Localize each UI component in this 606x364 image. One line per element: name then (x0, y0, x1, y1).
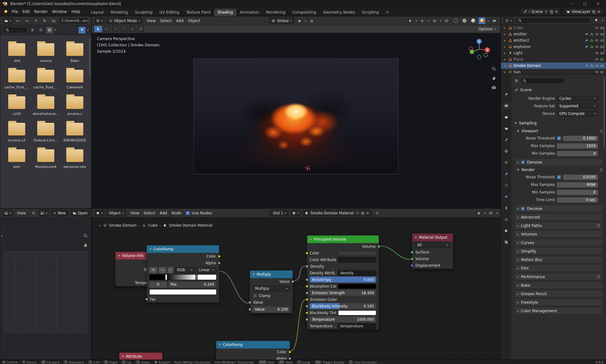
create-dir-button[interactable] (50, 17, 57, 24)
node-attribute[interactable]: ▼Attribute Color (119, 352, 163, 360)
collapse-icon[interactable]: ▼ (415, 236, 417, 239)
folder-cs50[interactable]: cs50 (2, 96, 31, 116)
tool-measure[interactable] (137, 26, 145, 32)
properties-tab-particles[interactable] (502, 182, 510, 189)
viewlayer-selector[interactable]: ViewLayer × (564, 8, 603, 15)
section-sampling[interactable]: ▼Sampling (514, 119, 603, 127)
prop-field-time-limit[interactable]: 0 sec (557, 197, 598, 203)
node-header[interactable]: ▼ColorRamp (216, 341, 290, 349)
text-field-color-attribute[interactable] (338, 257, 376, 263)
hide-viewport-icon[interactable] (595, 70, 599, 74)
subsection-viewport[interactable]: ▼Viewport☰ (514, 128, 603, 134)
prop-field-max-samples[interactable]: 1024 (557, 143, 598, 149)
gizmos-dropdown[interactable]: ▾ (428, 19, 429, 22)
properties-tab-material[interactable] (502, 227, 510, 234)
browse-material-dropdown[interactable]: ▾ (291, 210, 301, 216)
color-swatch-color[interactable] (338, 251, 376, 256)
properties-tab-constraint[interactable] (502, 205, 510, 212)
ramp-options-dropdown[interactable]: ▾ (168, 267, 173, 273)
open-image-button[interactable]: Open (70, 210, 90, 216)
stop-index-field[interactable]: 0 (149, 282, 167, 288)
folder-cache-fluid[interactable]: cache_fluid_... (31, 70, 60, 89)
zoom-tool-button[interactable] (490, 65, 497, 72)
outliner-scrollbar[interactable] (603, 26, 605, 54)
input-socket[interactable] (306, 318, 308, 321)
outliner-item-sun[interactable]: ▸Sun (501, 69, 606, 75)
folder-cakewalk[interactable]: Cakewalk (60, 70, 89, 89)
section-color-management[interactable]: ▸Color Management (514, 307, 603, 314)
properties-tab-physics[interactable] (502, 193, 510, 200)
app-menu-button[interactable] (2, 8, 9, 15)
path-field[interactable]: C:\Users\S...ocuments\ (59, 18, 89, 24)
editor-type-button[interactable]: ▾ (94, 17, 104, 24)
image-pin-menu[interactable]: ☰ (30, 210, 37, 216)
breadcrumb-item-cube[interactable]: Cube (148, 223, 157, 228)
panel-expand-arrow[interactable]: ▸ (1, 234, 3, 237)
viewport-menu-add[interactable]: Add (174, 18, 186, 24)
image-grid-preview[interactable] (4, 252, 87, 333)
collapse-icon[interactable]: ▼ (118, 254, 120, 257)
folder-enuma-c[interactable]: enuma-c (60, 96, 89, 116)
workspace-tab-uv-editing[interactable]: UV Editing (156, 9, 183, 16)
snap-dropdown[interactable]: ▾ (484, 212, 486, 215)
workspace-tab-shading[interactable]: Shading (214, 9, 236, 16)
slider-temperature[interactable]: Temperature1000.000 (310, 316, 376, 322)
fake-user-icon[interactable] (355, 211, 359, 215)
text-field-density-attrib[interactable]: density (338, 270, 376, 276)
section-light-paths[interactable]: ▸Light Paths☰ (514, 222, 603, 229)
node-colorramp-2[interactable]: ▼ColorRamp ColorAlpha (216, 341, 290, 360)
input-socket[interactable] (306, 305, 308, 307)
snap-options-dropdown[interactable]: ▾ (305, 19, 306, 22)
file-browser-scrollbar[interactable] (89, 39, 91, 76)
zoom-tool-button[interactable] (82, 232, 89, 239)
editor-type-button[interactable]: ▾ (94, 210, 104, 216)
minimize-button[interactable]: ─ (566, 1, 577, 7)
menu-file[interactable]: File (9, 9, 20, 15)
outliner-item-emitter[interactable]: ▸emitter (501, 31, 606, 37)
slider-emission-strength[interactable]: Emission Strength18.400 (310, 290, 376, 296)
properties-tab-tool[interactable] (502, 91, 510, 98)
collapse-icon[interactable]: ▼ (310, 238, 312, 241)
image-browse-dropdown[interactable]: ▾ (39, 210, 49, 216)
properties-scrollbar[interactable] (603, 78, 605, 147)
tool-cursor[interactable] (128, 26, 136, 32)
new-scene-icon[interactable] (550, 10, 553, 14)
folder-cache-fluid[interactable]: cache_fluid_... (2, 70, 31, 89)
pause-render-button[interactable]: ▮▮ (491, 17, 498, 24)
expand-arrow-icon[interactable]: ▸ (504, 26, 507, 29)
workspace-tab-rendering[interactable]: Rendering (263, 9, 289, 16)
unlink-scene-icon[interactable]: × (555, 9, 558, 14)
node-header[interactable]: ▼ColorRamp (147, 245, 219, 253)
menu-edit[interactable]: Edit (20, 9, 32, 15)
outliner-item-explosion[interactable]: ▸explosion (501, 44, 606, 50)
breadcrumb-expand-icon[interactable]: ▸ (99, 224, 101, 227)
text-field-temperature[interactable]: temperature (338, 323, 376, 329)
outliner-item-plane[interactable]: ▸Plane (501, 56, 606, 63)
viewport-menu-object[interactable]: Object (186, 18, 202, 24)
panel-denoise-render[interactable]: ▸Denoise (514, 205, 603, 212)
menu-window[interactable]: Window (50, 9, 69, 15)
section-volumes[interactable]: ▸Volumes (514, 230, 603, 238)
workspace-tab-layout[interactable]: Layout (87, 9, 107, 16)
input-socket[interactable] (248, 301, 251, 304)
node-colorramp-1[interactable]: ▼ColorRamp ColorAlpha + − ▾ RGB▾ Linear▾… (146, 245, 219, 303)
display-thumbnail-button[interactable] (46, 27, 53, 33)
breadcrumb-item-smoke-domain-material[interactable]: Smoke Domain Material (169, 223, 213, 228)
add-stop-button[interactable]: + (149, 267, 157, 273)
section-film[interactable]: ▸Film (514, 265, 603, 272)
outliner-item-smoke-domain[interactable]: ▸Smoke Domain (501, 63, 606, 69)
hide-viewport-icon[interactable] (595, 39, 599, 42)
properties-search-input[interactable] (520, 78, 564, 84)
prop-dropdown-render-engine[interactable]: Cycles▾ (557, 96, 598, 101)
outliner-item-light[interactable]: ▸Light (501, 50, 606, 56)
disable-render-icon[interactable] (600, 70, 604, 74)
hide-viewport-icon[interactable] (595, 64, 599, 68)
hide-viewport-icon[interactable] (595, 51, 599, 55)
stop-position-slider[interactable]: Pos0.245 (168, 282, 217, 288)
denoise-checkbox[interactable] (521, 207, 525, 211)
panel-denoise-viewport[interactable]: ▸Denoise (514, 158, 603, 166)
input-socket[interactable] (306, 278, 308, 281)
prop-field-noise-threshold[interactable]: 0.1000 (563, 136, 598, 141)
pin-icon[interactable] (544, 10, 548, 14)
folder-dist[interactable]: .dist (2, 43, 31, 63)
